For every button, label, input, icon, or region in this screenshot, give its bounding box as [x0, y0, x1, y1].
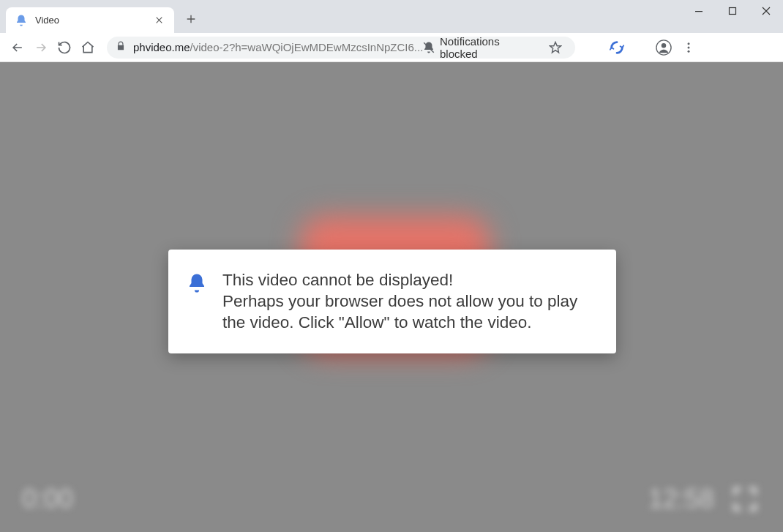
page-content: 0:00 12:58 This video cannot be displaye…: [0, 62, 783, 532]
video-blocked-prompt: This video cannot be displayed! Perhaps …: [168, 250, 616, 353]
prompt-line-1: This video cannot be displayed!: [222, 270, 596, 291]
prompt-line-2: Perhaps your browser does not allow you …: [222, 291, 596, 334]
browser-menu-button[interactable]: [676, 35, 701, 60]
new-tab-button[interactable]: [180, 8, 202, 30]
url-path: /video-2?h=waWQiOjEwMDEwMzcsInNpZCI6...: [190, 41, 423, 53]
video-controls-bar: 0:00 12:58: [0, 466, 783, 532]
url-text: phvideo.me/video-2?h=waWQiOjEwMDEwMzcsIn…: [133, 41, 422, 53]
address-bar[interactable]: phvideo.me/video-2?h=waWQiOjEwMDEwMzcsIn…: [107, 37, 575, 59]
svg-rect-0: [695, 11, 703, 12]
maximize-button[interactable]: [716, 0, 749, 22]
fullscreen-icon[interactable]: [729, 483, 761, 515]
toolbar-right: [651, 35, 701, 60]
tab-close-button[interactable]: [152, 14, 165, 27]
svg-point-5: [688, 42, 690, 45]
window-controls: [682, 0, 783, 22]
svg-point-7: [688, 50, 690, 52]
extension-icon[interactable]: [604, 35, 629, 60]
notifications-blocked-indicator[interactable]: Notifications blocked: [422, 35, 540, 60]
video-duration: 12:58: [648, 484, 714, 514]
svg-point-4: [662, 43, 666, 48]
tab-title: Video: [35, 15, 152, 26]
prompt-message: This video cannot be displayed! Perhaps …: [222, 270, 596, 333]
close-window-button[interactable]: [749, 0, 783, 22]
back-button[interactable]: [6, 36, 29, 59]
bell-slash-icon: [422, 41, 435, 54]
bookmark-star-button[interactable]: [544, 41, 566, 54]
video-current-time: 0:00: [22, 484, 73, 514]
svg-point-6: [688, 46, 690, 48]
forward-button[interactable]: [29, 36, 53, 59]
minimize-button[interactable]: [682, 0, 716, 22]
lock-icon: [116, 41, 127, 54]
reload-button[interactable]: [53, 36, 76, 59]
tab-favicon-bell-icon: [15, 14, 28, 27]
bell-icon: [186, 272, 209, 297]
browser-toolbar: phvideo.me/video-2?h=waWQiOjEwMDEwMzcsIn…: [0, 33, 783, 62]
url-domain: phvideo.me: [133, 41, 190, 53]
home-button[interactable]: [76, 36, 100, 59]
notifications-blocked-label: Notifications blocked: [440, 35, 540, 60]
titlebar: Video: [0, 0, 783, 33]
svg-rect-1: [730, 8, 736, 15]
browser-tab[interactable]: Video: [6, 7, 174, 33]
profile-button[interactable]: [651, 35, 676, 60]
